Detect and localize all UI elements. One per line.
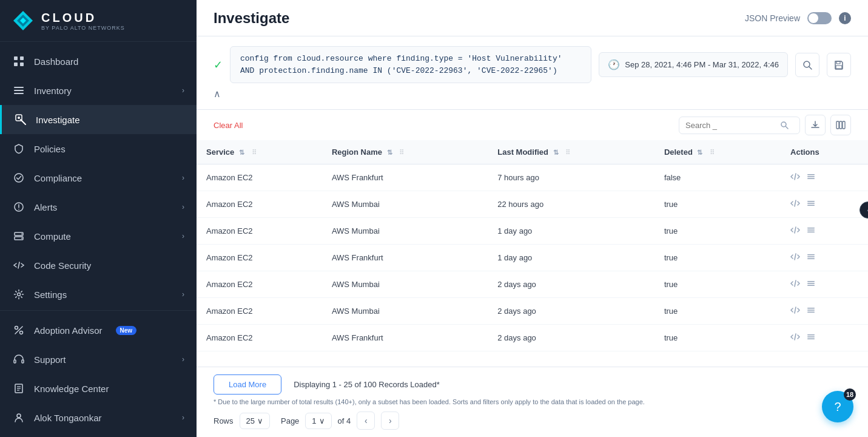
page-select[interactable]: 1 ∨ [305,413,331,429]
col-service[interactable]: Service ⇅ ⠿ [197,140,322,164]
sidebar-item-investigate[interactable]: Investigate [0,105,197,134]
svg-point-11 [18,117,20,119]
svg-rect-55 [807,254,815,256]
sidebar-item-adoption-advisor[interactable]: Adoption Advisor New [0,316,197,345]
svg-rect-63 [807,308,815,309]
menu-action-icon[interactable] [806,332,816,344]
sidebar-item-user[interactable]: Alok Tongaonkar › [0,403,197,432]
col-actions: Actions [781,140,868,164]
query-save-button[interactable] [827,53,851,77]
sidebar-item-alerts[interactable]: Alerts › [0,192,197,222]
results-toolbar: Clear All [197,110,868,140]
list-icon [12,84,25,97]
col-region-name[interactable]: Region Name ⇅ ⠿ [322,140,488,164]
svg-rect-4 [20,56,24,60]
sidebar-item-label: Compute [34,231,71,242]
search-input[interactable] [685,121,776,130]
code-action-icon[interactable] [790,225,800,237]
sidebar-item-label: Dashboard [34,56,78,67]
menu-action-icon[interactable] [806,305,816,317]
sidebar-item-inventory[interactable]: Inventory › [0,76,197,105]
info-icon[interactable]: i [839,12,851,24]
svg-rect-35 [836,61,840,64]
sidebar-item-label: Investigate [36,115,80,125]
sidebar-logo: CLOUD BY PALO ALTO NETWORKS [0,0,197,42]
book-icon [12,382,25,395]
table-container: Service ⇅ ⠿ Region Name ⇅ ⠿ Last Modifie… [197,140,868,367]
page-value: 1 [312,416,316,425]
svg-rect-56 [807,256,815,257]
code-action-icon[interactable] [790,198,800,210]
columns-button[interactable] [830,115,851,135]
help-badge[interactable]: ? 18 [822,391,853,422]
svg-rect-65 [807,312,815,313]
svg-line-46 [795,200,796,206]
cell-last-modified-0: 7 hours ago [488,164,654,191]
cell-deleted-0: false [654,164,781,191]
col-last-modified[interactable]: Last Modified ⇅ ⠿ [488,140,654,164]
code-action-icon[interactable] [790,305,800,317]
sidebar-item-compute[interactable]: Compute › [0,222,197,251]
menu-action-icon[interactable] [806,172,816,183]
logo-icon [12,10,34,32]
search-input-wrap[interactable] [679,117,800,134]
gear-icon [12,288,25,301]
svg-rect-43 [807,174,815,175]
svg-line-21 [18,262,19,268]
clear-all-button[interactable]: Clear All [214,121,243,130]
svg-rect-61 [807,285,815,286]
svg-rect-49 [807,205,815,206]
cell-actions-0 [781,164,868,191]
sidebar-item-code-security[interactable]: Code Security [0,251,197,280]
svg-rect-8 [14,90,24,91]
sidebar-item-settings[interactable]: Settings › [0,280,197,309]
query-text-box[interactable]: config from cloud.resource where finding… [230,46,591,83]
svg-rect-52 [807,229,815,231]
check-circle-icon [12,171,25,185]
query-search-button[interactable] [795,53,819,77]
menu-action-icon[interactable] [806,279,816,290]
sidebar-item-label: Knowledge Center [34,384,109,394]
cell-deleted-5: true [654,298,781,325]
json-preview-toggle[interactable] [807,12,832,24]
prev-page-button[interactable]: ‹ [357,412,375,430]
header-right: JSON Preview i [745,12,851,24]
code-action-icon[interactable] [790,332,800,344]
query-bar: ✓ config from cloud.resource where findi… [214,46,851,83]
cell-actions-4 [781,271,868,298]
load-more-button[interactable]: Load More [214,374,281,395]
code-action-icon[interactable] [790,172,800,183]
chevron-down-icon: ∨ [319,416,325,425]
logo-sub-text: BY PALO ALTO NETWORKS [41,25,125,31]
sidebar-item-support[interactable]: Support › [0,345,197,374]
menu-action-icon[interactable] [806,225,816,237]
download-button[interactable] [805,115,826,135]
query-time-range[interactable]: 🕐 Sep 28, 2021, 4:46 PM - Mar 31, 2022, … [599,52,788,77]
cell-service-1: Amazon EC2 [197,191,322,218]
cell-region-2: AWS Mumbai [322,218,488,245]
col-deleted[interactable]: Deleted ⇅ ⠿ [654,140,781,164]
sidebar-item-dashboard[interactable]: Dashboard [0,47,197,76]
query-collapse-button[interactable]: ∧ [214,88,221,100]
svg-line-50 [795,227,796,233]
table-header-row: Service ⇅ ⠿ Region Name ⇅ ⠿ Last Modifie… [197,140,868,164]
menu-action-icon[interactable] [806,198,816,210]
pagination-row: Rows 25 ∨ Page 1 ∨ of 4 ‹ › [214,412,851,430]
code-action-icon[interactable] [790,279,800,290]
server-icon [12,229,25,243]
cell-service-4: Amazon EC2 [197,271,322,298]
svg-rect-53 [807,232,815,233]
menu-action-icon[interactable] [806,252,816,263]
sidebar-item-compliance[interactable]: Compliance › [0,163,197,192]
svg-rect-57 [807,259,815,260]
sidebar-item-label: Alerts [34,202,57,212]
rows-select[interactable]: 25 ∨ [240,413,270,429]
cell-actions-1 [781,191,868,218]
cell-region-1: AWS Mumbai [322,191,488,218]
next-page-button[interactable]: › [381,412,399,430]
sidebar-item-policies[interactable]: Policies [0,134,197,163]
time-range-text: Sep 28, 2021, 4:46 PM - Mar 31, 2022, 4:… [625,60,779,69]
sidebar-item-knowledge-center[interactable]: Knowledge Center [0,374,197,403]
cell-region-3: AWS Frankfurt [322,245,488,271]
code-action-icon[interactable] [790,252,800,263]
